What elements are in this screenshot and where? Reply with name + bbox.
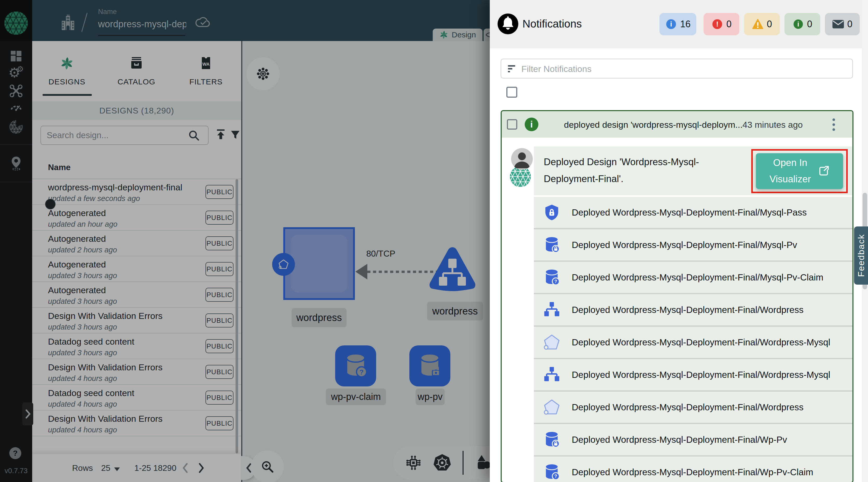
notification-card: i deployed design 'wordpress-mysql-deplo… <box>501 110 854 482</box>
tab-filters[interactable]: WA FILTERS <box>171 41 241 101</box>
column-header-name[interactable]: Name <box>48 163 70 172</box>
service-pentagon-icon <box>543 334 560 351</box>
node-label-wordpress-service[interactable]: wordpress <box>427 302 483 320</box>
sidebar-item-performance[interactable] <box>9 100 23 115</box>
deployment-detail-row[interactable]: Deployed Wordpress-Mysql-Deployment-Fina… <box>534 197 854 229</box>
zoom-in-button[interactable] <box>251 450 284 482</box>
feedback-tab[interactable]: Feedback <box>854 226 868 285</box>
tab-design-mode[interactable]: Design <box>433 29 483 41</box>
node-wordpress-service[interactable] <box>427 244 478 292</box>
sidebar-item-configuration[interactable] <box>9 84 23 98</box>
deployment-detail-row[interactable]: Deployed Wordpress-Mysql-Deployment-Fina… <box>534 424 854 457</box>
node-wordpress-deployment[interactable] <box>283 227 355 300</box>
chevron-left-icon <box>245 463 252 473</box>
notification-success-icon: i <box>524 117 539 132</box>
deployment-detail-text: Deployed Wordpress-Mysql-Deployment-Fina… <box>572 434 787 445</box>
service-pentagon-icon <box>543 399 560 416</box>
sidebar-item-lifecycle[interactable]: ⚙ ⚙ <box>9 65 23 80</box>
design-updated: updated 4 hours ago <box>48 426 117 434</box>
design-row[interactable]: Autogenerated updated 3 hours ago PUBLIC <box>32 282 241 308</box>
notification-checkbox[interactable] <box>507 119 517 130</box>
badge-error[interactable]: ! 0 <box>704 13 739 35</box>
design-row[interactable]: Design With Validation Errors updated 3 … <box>32 308 241 334</box>
secret-shield-lock-icon <box>543 204 560 221</box>
canvas-settings-button[interactable] <box>246 57 280 90</box>
error-circle-icon: ! <box>711 18 723 30</box>
volume-claim-icon: ? <box>342 352 369 379</box>
badge-warning[interactable]: 0 <box>744 13 780 35</box>
design-row[interactable]: wordpress-mysql-deployment-final updated… <box>32 179 241 205</box>
help-button[interactable]: ? <box>9 447 21 459</box>
design-name: Design With Validation Errors <box>48 362 163 372</box>
sidebar-item-environment[interactable] <box>9 156 23 170</box>
search-icon[interactable] <box>188 129 200 141</box>
filter-list-icon <box>507 63 518 74</box>
kebab-menu-icon[interactable] <box>831 117 837 133</box>
deployment-detail-row[interactable]: Deployed Wordpress-Mysql-Deployment-Fina… <box>534 294 854 327</box>
deployment-detail-row[interactable]: Deployed Wordpress-Mysql-Deployment-Fina… <box>534 359 854 392</box>
filter-funnel-icon[interactable] <box>230 129 241 140</box>
circuit-chip-icon[interactable] <box>405 454 422 471</box>
design-row[interactable]: Design With Validation Errors updated 4 … <box>32 359 241 385</box>
select-all-checkbox[interactable] <box>506 87 517 97</box>
design-name: Datadog seed content <box>48 337 134 347</box>
design-canvas[interactable]: wordpress 80/TCP wordpress ? wp-pv-claim <box>241 41 490 482</box>
visibility-badge: PUBLIC <box>206 339 234 353</box>
node-label-wp-pv[interactable]: wp-pv <box>415 389 445 405</box>
sidebar-item-dashboard[interactable] <box>9 49 23 63</box>
volume-lock-icon <box>543 431 560 448</box>
sidebar-item-extensions[interactable] <box>9 120 23 134</box>
badge-warning-count: 0 <box>767 19 772 30</box>
rows-per-page-caret-icon[interactable] <box>114 467 120 471</box>
notification-card-header[interactable]: i deployed design 'wordpress-mysql-deplo… <box>502 111 852 138</box>
deployment-detail-row[interactable]: ? Deployed Wordpress-Mysql-Deployment-Fi… <box>534 457 854 482</box>
volume-claim-icon: ? <box>543 463 560 481</box>
page-next-icon[interactable] <box>198 462 205 474</box>
deployment-detail-row[interactable]: Deployed Wordpress-Mysql-Deployment-Fina… <box>534 392 854 424</box>
page-prev-icon[interactable] <box>182 462 188 474</box>
tab-catalog[interactable]: CATALOG <box>102 41 171 101</box>
node-wp-pv[interactable] <box>409 345 451 387</box>
node-label-wordpress-deployment[interactable]: wordpress <box>291 308 347 327</box>
node-wp-pv-claim[interactable]: ? <box>335 345 376 387</box>
organization-building-icon[interactable] <box>61 15 75 31</box>
notification-time: 43 minutes ago <box>742 120 803 130</box>
app-logo-block[interactable] <box>0 0 32 41</box>
external-link-icon <box>818 165 830 177</box>
design-list-scrollbar[interactable] <box>236 179 238 453</box>
bell-icon[interactable] <box>498 13 518 34</box>
designs-panel: DESIGNS CATALOG WA FILTERS DESIGNS (18,2… <box>32 41 241 482</box>
upload-design-icon[interactable] <box>215 128 227 140</box>
node-label-wp-pv-claim[interactable]: wp-pv-claim <box>326 389 386 405</box>
design-updated: updated an hour ago <box>48 220 118 229</box>
rows-per-page-select[interactable]: 25 <box>101 463 111 473</box>
design-row[interactable]: Datadog seed content updated 4 hours ago… <box>32 385 241 410</box>
shapes-icon[interactable] <box>474 454 492 472</box>
design-row[interactable]: Datadog seed content updated 3 hours ago… <box>32 334 241 359</box>
sidebar-expand-button[interactable] <box>22 402 33 425</box>
badge-info[interactable]: i 16 <box>659 13 696 35</box>
design-updated: updated 3 hours ago <box>48 348 117 357</box>
deployment-detail-row[interactable]: ? Deployed Wordpress-Mysql-Deployment-Fi… <box>534 262 854 294</box>
tab-designs[interactable]: DESIGNS <box>32 41 102 101</box>
node-inner-surface <box>291 235 347 292</box>
design-row[interactable]: Design With Validation Errors updated 4 … <box>32 410 241 436</box>
deployment-detail-row[interactable]: Deployed Wordpress-Mysql-Deployment-Fina… <box>534 229 854 262</box>
design-row[interactable]: Autogenerated updated 3 hours ago PUBLIC <box>32 256 241 282</box>
user-avatar <box>511 148 533 170</box>
kubernetes-icon[interactable] <box>433 453 452 473</box>
design-row[interactable]: Autogenerated updated an hour ago PUBLIC <box>32 205 241 231</box>
dashboard-icon <box>9 49 23 63</box>
design-row[interactable]: Autogenerated updated 2 hours ago PUBLIC <box>32 231 241 256</box>
search-design-input[interactable] <box>40 126 209 145</box>
design-name: Autogenerated <box>48 234 106 244</box>
open-in-visualizer-button[interactable]: Open In Visualizer <box>756 153 843 189</box>
volume-lock-icon <box>416 352 443 379</box>
badge-success[interactable]: i 0 <box>784 13 820 35</box>
deployment-detail-row[interactable]: Deployed Wordpress-Mysql-Deployment-Fina… <box>534 327 854 359</box>
info-circle-icon: i <box>665 18 677 30</box>
rail-divider <box>0 144 32 145</box>
badge-read[interactable]: 0 <box>825 13 860 35</box>
filter-notifications-input[interactable] <box>521 59 844 79</box>
design-name-input[interactable]: wordpress-mysql-deplo <box>98 19 186 30</box>
